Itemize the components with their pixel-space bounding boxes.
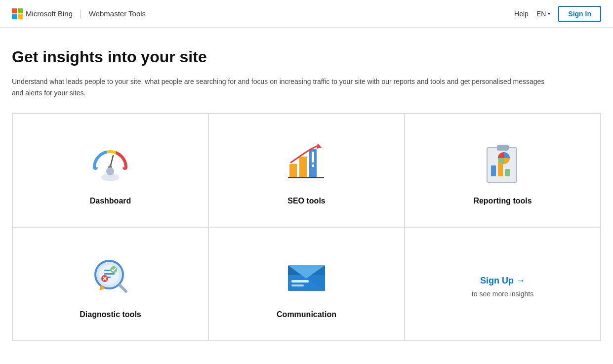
signup-card: Sign Up → to see more insights	[405, 227, 601, 341]
reporting-tools-card[interactable]: Reporting tools	[405, 114, 601, 227]
chevron-down-icon: ▾	[548, 11, 550, 16]
product-name: Webmaster Tools	[89, 9, 146, 18]
diagnostic-tools-icon	[88, 254, 133, 298]
sign-in-button[interactable]: Sign In	[558, 6, 601, 22]
header-divider: |	[80, 8, 82, 19]
seo-tools-label: SEO tools	[287, 197, 325, 205]
svg-marker-9	[317, 143, 322, 149]
diagnostic-tools-label: Diagnostic tools	[80, 310, 141, 319]
seo-tools-card[interactable]: SEO tools	[208, 114, 405, 227]
signup-link[interactable]: Sign Up →	[480, 276, 525, 286]
communication-card[interactable]: Communication	[208, 227, 405, 341]
svg-line-27	[120, 285, 126, 291]
header-right: Help EN ▾ Sign In	[514, 6, 601, 22]
header-left: Microsoft Bing | Webmaster Tools	[12, 8, 146, 19]
signup-link-text: Sign Up →	[480, 276, 525, 286]
reporting-tools-icon	[481, 140, 525, 185]
main-content: Get insights into your site Understand w…	[0, 28, 613, 353]
seo-tools-icon	[285, 140, 329, 185]
communication-label: Communication	[277, 310, 336, 319]
svg-rect-4	[289, 164, 297, 178]
svg-rect-20	[104, 273, 115, 275]
svg-rect-32	[291, 284, 304, 286]
tools-grid: Dashboard SEO	[12, 113, 601, 341]
svg-point-3	[106, 167, 114, 175]
svg-rect-7	[312, 152, 314, 162]
microsoft-logo-icon	[12, 8, 23, 19]
reporting-tools-label: Reporting tools	[473, 197, 531, 205]
communication-icon	[285, 254, 329, 298]
svg-rect-12	[497, 145, 509, 151]
svg-rect-8	[312, 164, 314, 167]
diagnostic-tools-card[interactable]: Diagnostic tools	[12, 227, 208, 341]
svg-point-22	[110, 266, 117, 273]
page-title: Get insights into your site	[12, 47, 601, 66]
language-label: EN	[536, 10, 546, 18]
dashboard-card[interactable]: Dashboard	[12, 114, 208, 227]
help-link[interactable]: Help	[514, 10, 529, 18]
bing-logo: Microsoft Bing	[12, 8, 73, 19]
svg-rect-5	[299, 157, 307, 178]
header: Microsoft Bing | Webmaster Tools Help EN…	[0, 0, 613, 28]
brand-name: Microsoft Bing	[26, 9, 73, 18]
signup-sub-text: to see more insights	[472, 290, 533, 298]
svg-rect-31	[291, 280, 309, 283]
dashboard-label: Dashboard	[90, 197, 131, 205]
language-selector[interactable]: EN ▾	[536, 10, 550, 18]
dashboard-icon	[88, 140, 133, 185]
page-description: Understand what leads people to your sit…	[12, 76, 555, 98]
svg-rect-13	[491, 165, 496, 176]
svg-rect-15	[505, 169, 510, 176]
